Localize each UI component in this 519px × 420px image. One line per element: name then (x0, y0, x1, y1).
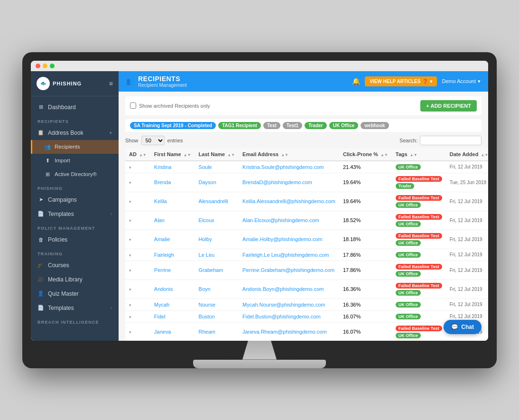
sidebar-item-recipients[interactable]: 👥 Recipients (31, 140, 119, 154)
col-email[interactable]: Email Address ▲▼ (239, 148, 339, 161)
cell-email-1[interactable]: BrendaD@phishingdemo.com (239, 173, 339, 192)
cell-email-2[interactable]: Kelila.Alessandrelli@phishingdemo.com (239, 192, 339, 211)
tag-badge[interactable]: Failed Baseline Test (396, 264, 442, 270)
tag-badge[interactable]: Trader (396, 183, 415, 189)
help-button[interactable]: VIEW HELP ARTICLES ❓ ▾ (365, 76, 437, 86)
last-name-link[interactable]: Elcoux (199, 217, 214, 223)
sidebar-item-dashboard[interactable]: ⊞ Dashboard (31, 100, 119, 114)
tag-badge[interactable]: UK Office (396, 333, 421, 338)
row-expand-2[interactable]: ▾ (125, 192, 150, 211)
cell-email-6[interactable]: Perrine.Grabeham@phishingdemo.com (239, 261, 339, 280)
email-link[interactable]: Andonis.Boyn@phishingdemo.com (242, 286, 324, 292)
cell-last-name-7[interactable]: Boyn (195, 280, 239, 299)
first-name-link[interactable]: Kelila (154, 198, 167, 204)
tag-badge[interactable]: UK Office (396, 290, 421, 296)
tag-badge[interactable]: Failed Baseline Test (396, 326, 442, 331)
tag-badge[interactable]: Failed Baseline Test (396, 176, 442, 182)
email-link[interactable]: BrendaD@phishingdemo.com (242, 179, 312, 185)
expand-icon[interactable]: ▾ (129, 315, 131, 319)
sidebar-item-address-book[interactable]: 📋 Address Book ▾ (31, 126, 119, 140)
tag-webhook[interactable]: webhook (361, 122, 389, 129)
cell-email-9[interactable]: Fidel.Buston@phishingdemo.com (239, 310, 339, 322)
col-tags[interactable]: Tags ▲▼ (392, 148, 446, 161)
expand-icon[interactable]: ▾ (129, 237, 131, 242)
expand-icon[interactable]: ▾ (129, 180, 131, 185)
last-name-link[interactable]: Rheam (199, 329, 215, 335)
sidebar-item-templates-training[interactable]: 📄 Templates ‹ (31, 301, 119, 315)
cell-last-name-2[interactable]: Alessandrelli (195, 192, 239, 211)
first-name-link[interactable]: Alan (154, 217, 165, 223)
cell-first-name-10[interactable]: Janeva (150, 322, 195, 341)
first-name-link[interactable]: Fairleigh (154, 252, 174, 258)
cell-first-name-1[interactable]: Brenda (150, 173, 195, 192)
sidebar-item-import[interactable]: ⬆ Import (31, 154, 119, 168)
tag-badge[interactable]: UK Office (396, 221, 421, 227)
bell-icon[interactable]: 🔔 (352, 77, 360, 85)
tag-trader[interactable]: Trader (305, 122, 327, 129)
email-link[interactable]: Janeva.Rheam@phishingdemo.com (242, 329, 326, 335)
first-name-link[interactable]: Kristina (154, 164, 172, 170)
expand-icon[interactable]: ▾ (129, 199, 131, 204)
tag-badge[interactable]: UK Office (396, 314, 421, 319)
chat-button[interactable]: 💬 Chat (444, 320, 482, 334)
sidebar-item-quiz-master[interactable]: 👤 Quiz Master (31, 287, 119, 301)
cell-email-7[interactable]: Andonis.Boyn@phishingdemo.com (239, 280, 339, 299)
expand-icon[interactable]: ▾ (129, 253, 131, 258)
first-name-link[interactable]: Brenda (154, 179, 171, 185)
tag-badge[interactable]: UK Office (396, 164, 421, 170)
row-expand-6[interactable]: ▾ (125, 261, 150, 280)
show-archived-label[interactable]: Show archived Recipients only (130, 103, 210, 109)
cell-last-name-8[interactable]: Nourse (195, 299, 239, 310)
sidebar-item-courses[interactable]: 🎓 Courses (31, 258, 119, 272)
cell-email-5[interactable]: Fairleigh.Le Leu@phishingdemo.com (239, 249, 339, 261)
email-link[interactable]: Fidel.Buston@phishingdemo.com (242, 314, 321, 319)
first-name-link[interactable]: Janeva (154, 329, 171, 335)
row-expand-9[interactable]: ▾ (125, 310, 150, 322)
row-expand-3[interactable]: ▾ (125, 211, 150, 230)
tag-badge[interactable]: UK Office (396, 252, 421, 258)
sidebar-item-media-library[interactable]: 🎥 Media Library (31, 272, 119, 287)
hamburger-icon[interactable]: ≡ (109, 80, 113, 87)
cell-last-name-4[interactable]: Holby (195, 230, 239, 249)
col-ad[interactable]: AD ▲▼ (125, 148, 150, 161)
col-click-prone[interactable]: Click-Prone % ▲▼ (339, 148, 392, 161)
last-name-link[interactable]: Holby (199, 236, 212, 242)
email-link[interactable]: Kristina.Soule@phishingdemo.com (242, 164, 324, 170)
col-first-name[interactable]: First Name ▲▼ (150, 148, 195, 161)
tag-badge[interactable]: UK Office (396, 202, 421, 208)
add-recipient-button[interactable]: + ADD RECIPIENT (420, 100, 477, 112)
cell-email-0[interactable]: Kristina.Soule@phishingdemo.com (239, 161, 339, 173)
sidebar-item-policies[interactable]: 🗑 Policies (31, 233, 119, 247)
row-expand-4[interactable]: ▾ (125, 230, 150, 249)
tl-red[interactable] (36, 64, 40, 68)
expand-icon[interactable]: ▾ (129, 268, 131, 273)
cell-email-8[interactable]: Mycah.Nourse@phishingdemo.com (239, 299, 339, 310)
last-name-link[interactable]: Boyn (199, 286, 211, 292)
cell-last-name-9[interactable]: Buston (195, 310, 239, 322)
show-archived-checkbox[interactable] (130, 103, 136, 109)
tl-green[interactable] (50, 64, 55, 68)
last-name-link[interactable]: Grabeham (199, 267, 223, 273)
cell-first-name-6[interactable]: Perrine (150, 261, 195, 280)
cell-first-name-3[interactable]: Alan (150, 211, 195, 230)
cell-first-name-2[interactable]: Kelila (150, 192, 195, 211)
sidebar-item-campaigns[interactable]: ➤ Campaigns (31, 193, 119, 207)
email-link[interactable]: Fairleigh.Le Leu@phishingdemo.com (242, 252, 329, 258)
tag-test1[interactable]: Test1 (283, 122, 302, 129)
row-expand-7[interactable]: ▾ (125, 280, 150, 299)
cell-first-name-5[interactable]: Fairleigh (150, 249, 195, 261)
tag-tag1[interactable]: TAG1 Recipient (218, 122, 261, 129)
account-button[interactable]: Demo Account ▾ (442, 78, 481, 84)
tag-sa-training[interactable]: SA Training Sept 2019 - Completed (130, 122, 216, 129)
cell-first-name-4[interactable]: Amalie (150, 230, 195, 249)
first-name-link[interactable]: Andonis (154, 286, 173, 292)
expand-icon[interactable]: ▾ (129, 165, 131, 170)
sidebar-item-active-directory[interactable]: ⊞ Active Directory® (31, 168, 119, 181)
cell-email-3[interactable]: Alan.Elcoux@phishingdemo.com (239, 211, 339, 230)
expand-icon[interactable]: ▾ (129, 287, 131, 292)
sidebar-item-templates-phishing[interactable]: 📄 Templates ‹ (31, 207, 119, 221)
tag-badge[interactable]: Failed Baseline Test (396, 214, 442, 220)
row-expand-0[interactable]: ▾ (125, 161, 150, 173)
last-name-link[interactable]: Dayson (199, 179, 216, 185)
row-expand-1[interactable]: ▾ (125, 173, 150, 192)
